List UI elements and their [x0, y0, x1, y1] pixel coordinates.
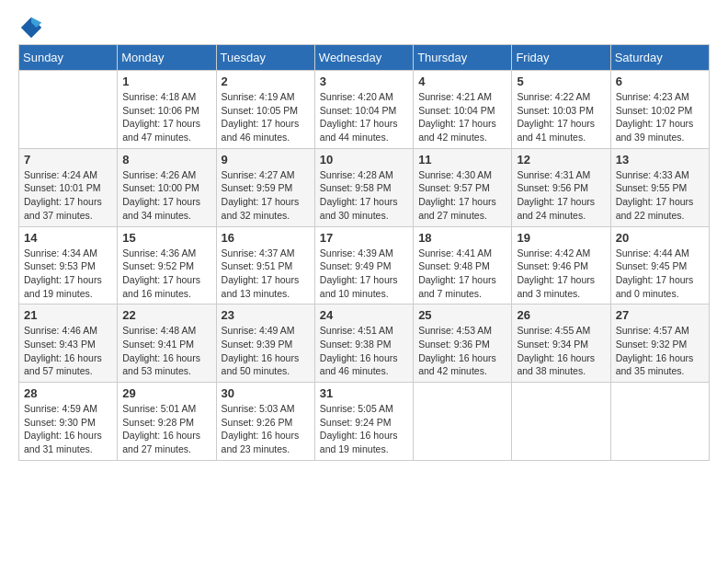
calendar-cell: 21Sunrise: 4:46 AM Sunset: 9:43 PM Dayli… [19, 304, 118, 383]
day-number: 19 [517, 231, 606, 245]
header-day: Sunday [19, 45, 118, 71]
calendar-cell: 31Sunrise: 5:05 AM Sunset: 9:24 PM Dayli… [314, 383, 413, 461]
day-info: Sunrise: 5:01 AM Sunset: 9:28 PM Dayligh… [122, 402, 211, 456]
calendar-cell: 14Sunrise: 4:34 AM Sunset: 9:53 PM Dayli… [19, 226, 118, 304]
logo-icon [18, 15, 44, 40]
day-number: 2 [222, 75, 311, 88]
calendar-cell: 1Sunrise: 4:18 AM Sunset: 10:06 PM Dayli… [118, 71, 216, 149]
day-number: 15 [122, 231, 211, 245]
calendar-week-row: 7Sunrise: 4:24 AM Sunset: 10:01 PM Dayli… [19, 148, 710, 226]
day-info: Sunrise: 4:42 AM Sunset: 9:46 PM Dayligh… [517, 247, 606, 301]
day-info: Sunrise: 4:44 AM Sunset: 9:45 PM Dayligh… [616, 247, 705, 301]
day-info: Sunrise: 4:27 AM Sunset: 9:59 PM Dayligh… [222, 168, 311, 223]
day-number: 17 [320, 231, 409, 245]
header-day: Wednesday [314, 45, 413, 71]
day-number: 20 [616, 231, 705, 245]
calendar-week-row: 28Sunrise: 4:59 AM Sunset: 9:30 PM Dayli… [19, 383, 710, 461]
calendar-header: SundayMondayTuesdayWednesdayThursdayFrid… [19, 45, 710, 71]
calendar-cell: 18Sunrise: 4:41 AM Sunset: 9:48 PM Dayli… [414, 226, 512, 304]
day-number: 22 [122, 308, 211, 322]
day-number: 29 [122, 386, 211, 400]
calendar-cell [414, 383, 512, 461]
day-info: Sunrise: 4:37 AM Sunset: 9:51 PM Dayligh… [222, 247, 311, 301]
day-info: Sunrise: 5:05 AM Sunset: 9:24 PM Dayligh… [320, 402, 409, 456]
calendar-cell: 19Sunrise: 4:42 AM Sunset: 9:46 PM Dayli… [512, 226, 610, 304]
day-number: 12 [517, 153, 606, 167]
calendar-cell: 26Sunrise: 4:55 AM Sunset: 9:34 PM Dayli… [512, 304, 610, 383]
day-info: Sunrise: 4:36 AM Sunset: 9:52 PM Dayligh… [122, 247, 211, 301]
day-info: Sunrise: 4:33 AM Sunset: 9:55 PM Dayligh… [616, 168, 705, 223]
day-number: 7 [24, 153, 113, 167]
day-info: Sunrise: 4:53 AM Sunset: 9:36 PM Dayligh… [418, 324, 507, 378]
day-info: Sunrise: 4:55 AM Sunset: 9:34 PM Dayligh… [517, 324, 606, 378]
calendar-cell: 8Sunrise: 4:26 AM Sunset: 10:00 PM Dayli… [118, 148, 216, 226]
calendar-cell [610, 383, 709, 461]
calendar-cell: 25Sunrise: 4:53 AM Sunset: 9:36 PM Dayli… [414, 304, 512, 383]
day-number: 8 [122, 153, 211, 167]
day-info: Sunrise: 5:03 AM Sunset: 9:26 PM Dayligh… [222, 402, 311, 456]
day-number: 3 [320, 75, 409, 88]
header-row: SundayMondayTuesdayWednesdayThursdayFrid… [19, 45, 710, 71]
day-number: 9 [222, 153, 311, 167]
calendar-cell: 28Sunrise: 4:59 AM Sunset: 9:30 PM Dayli… [19, 383, 118, 461]
page-header [18, 15, 710, 40]
calendar-cell: 3Sunrise: 4:20 AM Sunset: 10:04 PM Dayli… [314, 71, 413, 149]
header-day: Monday [118, 45, 216, 71]
day-info: Sunrise: 4:20 AM Sunset: 10:04 PM Daylig… [320, 90, 409, 144]
day-info: Sunrise: 4:24 AM Sunset: 10:01 PM Daylig… [24, 168, 113, 223]
day-info: Sunrise: 4:57 AM Sunset: 9:32 PM Dayligh… [616, 324, 705, 378]
day-number: 4 [418, 75, 507, 88]
day-number: 27 [616, 308, 705, 322]
calendar-cell: 4Sunrise: 4:21 AM Sunset: 10:04 PM Dayli… [414, 71, 512, 149]
day-number: 23 [222, 308, 311, 322]
header-day: Friday [512, 45, 610, 71]
day-info: Sunrise: 4:51 AM Sunset: 9:38 PM Dayligh… [320, 324, 409, 378]
day-info: Sunrise: 4:23 AM Sunset: 10:02 PM Daylig… [616, 90, 705, 144]
day-number: 11 [418, 153, 507, 167]
day-number: 1 [122, 75, 211, 88]
calendar-cell: 10Sunrise: 4:28 AM Sunset: 9:58 PM Dayli… [314, 148, 413, 226]
day-info: Sunrise: 4:30 AM Sunset: 9:57 PM Dayligh… [418, 168, 507, 223]
header-day: Thursday [414, 45, 512, 71]
day-number: 14 [24, 231, 113, 245]
calendar-cell: 23Sunrise: 4:49 AM Sunset: 9:39 PM Dayli… [216, 304, 314, 383]
day-number: 26 [517, 308, 606, 322]
calendar-body: 1Sunrise: 4:18 AM Sunset: 10:06 PM Dayli… [19, 71, 710, 461]
calendar-cell: 11Sunrise: 4:30 AM Sunset: 9:57 PM Dayli… [414, 148, 512, 226]
day-info: Sunrise: 4:19 AM Sunset: 10:05 PM Daylig… [222, 90, 311, 144]
day-number: 30 [222, 386, 311, 400]
day-info: Sunrise: 4:59 AM Sunset: 9:30 PM Dayligh… [24, 402, 113, 456]
day-info: Sunrise: 4:48 AM Sunset: 9:41 PM Dayligh… [122, 324, 211, 378]
day-number: 10 [320, 153, 409, 167]
day-info: Sunrise: 4:41 AM Sunset: 9:48 PM Dayligh… [418, 247, 507, 301]
day-number: 13 [616, 153, 705, 167]
day-info: Sunrise: 4:22 AM Sunset: 10:03 PM Daylig… [517, 90, 606, 144]
calendar-cell: 15Sunrise: 4:36 AM Sunset: 9:52 PM Dayli… [118, 226, 216, 304]
day-info: Sunrise: 4:39 AM Sunset: 9:49 PM Dayligh… [320, 247, 409, 301]
calendar-cell [512, 383, 610, 461]
day-info: Sunrise: 4:34 AM Sunset: 9:53 PM Dayligh… [24, 247, 113, 301]
calendar-week-row: 21Sunrise: 4:46 AM Sunset: 9:43 PM Dayli… [19, 304, 710, 383]
day-info: Sunrise: 4:18 AM Sunset: 10:06 PM Daylig… [122, 90, 211, 144]
calendar-cell: 12Sunrise: 4:31 AM Sunset: 9:56 PM Dayli… [512, 148, 610, 226]
calendar-cell [19, 71, 118, 149]
header-day: Tuesday [216, 45, 314, 71]
day-number: 28 [24, 386, 113, 400]
calendar-cell: 30Sunrise: 5:03 AM Sunset: 9:26 PM Dayli… [216, 383, 314, 461]
logo [18, 15, 48, 40]
day-number: 31 [320, 386, 409, 400]
calendar-cell: 5Sunrise: 4:22 AM Sunset: 10:03 PM Dayli… [512, 71, 610, 149]
day-info: Sunrise: 4:46 AM Sunset: 9:43 PM Dayligh… [24, 324, 113, 378]
day-info: Sunrise: 4:28 AM Sunset: 9:58 PM Dayligh… [320, 168, 409, 223]
calendar-cell: 13Sunrise: 4:33 AM Sunset: 9:55 PM Dayli… [610, 148, 709, 226]
calendar-cell: 17Sunrise: 4:39 AM Sunset: 9:49 PM Dayli… [314, 226, 413, 304]
calendar-cell: 6Sunrise: 4:23 AM Sunset: 10:02 PM Dayli… [610, 71, 709, 149]
day-info: Sunrise: 4:21 AM Sunset: 10:04 PM Daylig… [418, 90, 507, 144]
calendar-cell: 2Sunrise: 4:19 AM Sunset: 10:05 PM Dayli… [216, 71, 314, 149]
day-info: Sunrise: 4:31 AM Sunset: 9:56 PM Dayligh… [517, 168, 606, 223]
calendar-cell: 22Sunrise: 4:48 AM Sunset: 9:41 PM Dayli… [118, 304, 216, 383]
calendar-cell: 16Sunrise: 4:37 AM Sunset: 9:51 PM Dayli… [216, 226, 314, 304]
calendar-cell: 7Sunrise: 4:24 AM Sunset: 10:01 PM Dayli… [19, 148, 118, 226]
day-info: Sunrise: 4:49 AM Sunset: 9:39 PM Dayligh… [222, 324, 311, 378]
day-number: 24 [320, 308, 409, 322]
